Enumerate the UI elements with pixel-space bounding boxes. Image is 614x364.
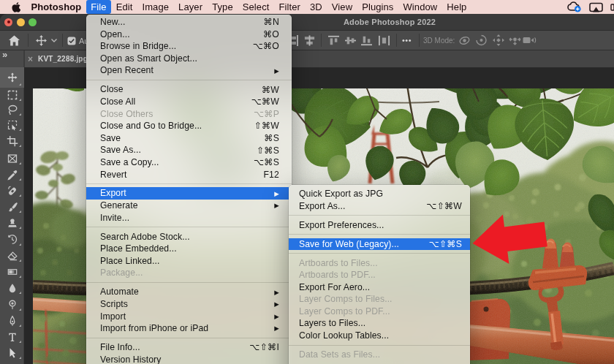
menubar-item[interactable]: Window <box>398 0 442 14</box>
object-selection-tool[interactable] <box>0 117 24 133</box>
export-submenu-item[interactable]: Data Sets as Files... <box>289 349 470 361</box>
export-submenu-item[interactable]: Color Lookup Tables... <box>289 330 470 342</box>
screen-mirroring-icon[interactable] <box>589 2 603 12</box>
menubar-item[interactable]: Layer <box>174 0 208 14</box>
export-submenu-item[interactable]: Artboards to Files... <box>289 257 470 270</box>
file-menu-item[interactable]: Place Linked... <box>86 255 292 268</box>
brush-tool[interactable] <box>0 199 24 215</box>
file-menu-item[interactable]: File Info... ⌥⇧⌘I <box>86 341 292 354</box>
menubar-item[interactable]: File <box>86 0 111 14</box>
menubar-item[interactable]: View <box>327 0 357 14</box>
file-menu-item[interactable]: Browse in Bridge... ⌥⌘O <box>86 40 292 53</box>
menubar-item[interactable]: Plugins <box>357 0 398 14</box>
menu-item-label: File Info... <box>100 341 249 354</box>
export-submenu-item[interactable]: Export Preferences... <box>289 219 470 232</box>
toolbar-collapse-icon[interactable]: » <box>2 49 7 60</box>
file-menu-item[interactable]: Search Adobe Stock... <box>86 231 292 243</box>
auto-select-checkbox[interactable] <box>67 37 76 45</box>
file-menu-item[interactable]: Revert F12 <box>86 169 292 181</box>
export-submenu-item[interactable]: Save for Web (Legacy)... ⌥⇧⌘S <box>289 238 470 251</box>
tab-title: KVT_2288.jpg <box>38 55 88 63</box>
frame-tool[interactable] <box>0 151 24 167</box>
close-window-button[interactable] <box>4 18 12 26</box>
file-menu-item[interactable]: Invite... <box>86 212 292 224</box>
file-menu-item[interactable]: Version History <box>86 354 292 364</box>
menu-item-label: Search Adobe Stock... <box>100 231 279 243</box>
tab-close-icon[interactable]: × <box>28 55 33 64</box>
menubar-item[interactable]: Help <box>442 0 471 14</box>
menu-item-label: Data Sets as Files... <box>299 349 462 361</box>
creative-cloud-icon[interactable] <box>567 1 582 12</box>
file-menu-item[interactable]: Place Embedded... <box>86 243 292 255</box>
menu-item-label: Quick Export as JPG <box>299 188 462 200</box>
healing-brush-tool[interactable] <box>0 183 24 199</box>
file-menu-item[interactable]: Scripts ▶ <box>86 298 292 311</box>
file-menu-item[interactable]: Open as Smart Object... <box>86 53 292 65</box>
move-tool[interactable] <box>0 67 24 88</box>
export-submenu-item[interactable]: Export For Aero... <box>289 281 470 294</box>
file-menu-item[interactable]: Automate ▶ <box>86 286 292 298</box>
file-menu-item[interactable]: Open Recent ▶ <box>86 64 292 77</box>
file-menu-item[interactable]: New... ⌘N <box>86 16 292 29</box>
menubar-item[interactable]: Type <box>208 0 238 14</box>
distribute-icon[interactable] <box>379 35 390 46</box>
menubar-items: PhotoshopFileEditImageLayerTypeSelectFil… <box>26 0 471 14</box>
menu-item-label: Color Lookup Tables... <box>299 330 462 342</box>
export-submenu-item[interactable]: Quick Export as JPG <box>289 188 470 200</box>
crop-tool[interactable] <box>0 133 24 149</box>
eraser-tool[interactable] <box>0 248 24 264</box>
3d-pan-icon[interactable] <box>493 34 504 46</box>
3d-slide-icon[interactable] <box>509 34 521 46</box>
align-bottom-edges-icon[interactable] <box>361 35 372 46</box>
file-menu-item[interactable]: Close Others ⌥⌘P <box>86 108 292 121</box>
menubar-item[interactable]: Select <box>238 0 274 14</box>
file-menu-item[interactable]: Close and Go to Bridge... ⇧⌘W <box>86 120 292 132</box>
file-menu-item[interactable]: Generate ▶ <box>86 200 292 212</box>
align-top-edges-icon[interactable] <box>328 35 339 46</box>
align-horizontal-centers-icon[interactable] <box>303 35 316 46</box>
history-brush-tool[interactable] <box>0 232 24 248</box>
align-vertical-centers-icon[interactable] <box>345 35 356 46</box>
apple-menu[interactable] <box>0 2 26 12</box>
export-submenu-item[interactable]: Artboards to PDF... <box>289 269 470 281</box>
export-submenu-item[interactable]: Layer Comps to Files... <box>289 293 470 306</box>
file-menu-item[interactable]: Export ▶ <box>86 187 292 200</box>
dodge-tool[interactable] <box>0 297 24 313</box>
3d-roll-icon[interactable] <box>475 34 488 46</box>
clone-stamp-tool[interactable] <box>0 215 24 231</box>
chevron-down-icon[interactable] <box>51 39 57 42</box>
type-tool[interactable] <box>0 329 24 345</box>
blur-tool[interactable] <box>0 280 24 296</box>
gradient-tool[interactable] <box>0 264 24 280</box>
marquee-tool[interactable] <box>0 87 24 103</box>
tool-flyout-indicator-icon <box>19 113 21 115</box>
export-submenu-item[interactable]: Layers to Files... <box>289 317 470 330</box>
file-menu-item[interactable]: Open... ⌘O <box>86 29 292 41</box>
pen-tool[interactable] <box>0 313 24 329</box>
menubar-item[interactable]: Image <box>137 0 174 14</box>
menubar-item[interactable]: Edit <box>111 0 137 14</box>
3d-orbit-icon[interactable] <box>458 35 471 46</box>
file-menu-item[interactable]: Close All ⌥⌘W <box>86 96 292 108</box>
file-menu-item[interactable]: Import from iPhone or iPad ▶ <box>86 322 292 335</box>
file-menu-item[interactable]: Close ⌘W <box>86 83 292 96</box>
menubar-item[interactable]: Filter <box>274 0 306 14</box>
minimize-window-button[interactable] <box>17 18 25 26</box>
file-menu-item[interactable]: Import ▶ <box>86 311 292 323</box>
lasso-tool[interactable] <box>0 102 24 118</box>
file-menu-item[interactable]: Save ⌘S <box>86 132 292 145</box>
3d-camera-icon[interactable] <box>523 36 537 45</box>
zoom-window-button[interactable] <box>29 18 37 26</box>
file-menu-item[interactable]: Save a Copy... ⌥⌘S <box>86 156 292 169</box>
file-menu-item[interactable]: Save As... ⇧⌘S <box>86 144 292 156</box>
move-tool-icon[interactable] <box>36 35 47 46</box>
export-submenu-item[interactable]: Layer Comps to PDF... <box>289 306 470 318</box>
menubar-item[interactable]: Photoshop <box>26 0 86 14</box>
file-menu-item[interactable]: Package... <box>86 267 292 279</box>
export-submenu-item[interactable]: Export As... ⌥⇧⌘W <box>289 200 470 213</box>
path-selection-tool[interactable] <box>0 345 24 361</box>
eyedropper-tool[interactable] <box>0 167 24 183</box>
home-icon[interactable] <box>8 34 20 47</box>
more-options-icon[interactable]: ••• <box>402 36 412 45</box>
menubar-item[interactable]: 3D <box>305 0 327 14</box>
